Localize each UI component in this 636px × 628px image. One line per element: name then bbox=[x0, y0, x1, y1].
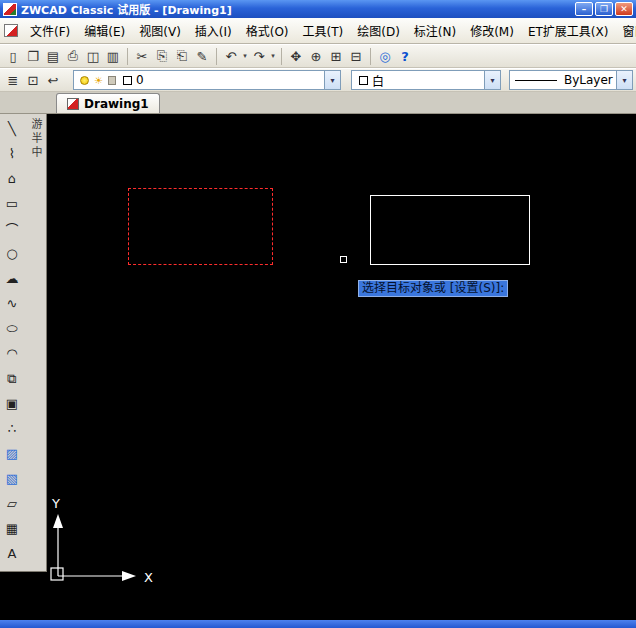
selected-rectangle-object[interactable] bbox=[128, 188, 273, 265]
circle-button[interactable]: ○ bbox=[1, 241, 23, 266]
app-logo-icon[interactable] bbox=[3, 3, 17, 16]
insert-block-icon: ⧉ bbox=[7, 371, 16, 387]
rectangle-object[interactable] bbox=[370, 195, 530, 265]
make-block-icon: ▣ bbox=[6, 396, 18, 411]
menu-dimension[interactable]: 标注(N) bbox=[407, 19, 463, 42]
arc-icon: ⌒ bbox=[5, 219, 18, 238]
tab-drawing1[interactable]: Drawing1 bbox=[56, 93, 160, 113]
layer-dropdown[interactable]: ☀ 0 ▾ bbox=[73, 70, 341, 90]
table-button[interactable]: ▦ bbox=[1, 516, 23, 541]
menu-draw[interactable]: 绘图(D) bbox=[350, 19, 407, 42]
match-properties-button[interactable]: ✎ bbox=[192, 46, 212, 66]
layer-previous-button[interactable]: ↩ bbox=[43, 70, 63, 90]
draw-toolbar: ╲ ⌇ ⌂ ▭ ⌒ ○ ☁ ∿ ⬭ ◠ ⧉ ▣ ∴ ▨ ▧ ▱ ▦ A 游半中 bbox=[0, 114, 47, 572]
print-preview-button[interactable]: ◫ bbox=[83, 46, 103, 66]
undo-dropdown-arrow[interactable]: ▾ bbox=[241, 52, 249, 60]
color-dropdown[interactable]: 白 ▾ bbox=[351, 70, 501, 90]
menu-edit[interactable]: 编辑(E) bbox=[77, 19, 132, 42]
new-file-icon: ▯ bbox=[9, 49, 16, 64]
toolbar-separator bbox=[281, 48, 282, 65]
undo-button[interactable]: ↶ bbox=[221, 46, 241, 66]
zoom-previous-icon: ⊟ bbox=[351, 49, 362, 64]
open-file-button[interactable]: ❐ bbox=[23, 46, 43, 66]
line-button[interactable]: ╲ bbox=[1, 116, 23, 141]
menu-file[interactable]: 文件(F) bbox=[23, 19, 77, 42]
spline-button[interactable]: ∿ bbox=[1, 291, 23, 316]
linetype-dropdown-arrow[interactable]: ▾ bbox=[616, 71, 632, 89]
redo-icon: ↷ bbox=[254, 49, 265, 64]
paste-button[interactable]: ⎗ bbox=[172, 46, 192, 66]
find-icon: ◎ bbox=[379, 49, 390, 64]
layers-manager-button[interactable]: ≣ bbox=[3, 70, 23, 90]
pan-button[interactable]: ✥ bbox=[286, 46, 306, 66]
polyline-button[interactable]: ⌇ bbox=[1, 141, 23, 166]
polygon-button[interactable]: ⌂ bbox=[1, 166, 23, 191]
linetype-dropdown[interactable]: ByLayer ▾ bbox=[509, 70, 633, 90]
window-title: ZWCAD Classic 试用版 - [Drawing1] bbox=[21, 1, 573, 17]
menu-window[interactable]: 窗口 bbox=[615, 19, 636, 42]
save-icon: ▤ bbox=[47, 49, 59, 64]
table-icon: ▦ bbox=[6, 521, 18, 536]
ucs-y-label: Y bbox=[51, 496, 60, 511]
color-dropdown-arrow[interactable]: ▾ bbox=[484, 71, 500, 89]
make-block-button[interactable]: ▣ bbox=[1, 391, 23, 416]
publish-button[interactable]: ▥ bbox=[103, 46, 123, 66]
point-button[interactable]: ∴ bbox=[1, 416, 23, 441]
gradient-button[interactable]: ▧ bbox=[1, 466, 23, 491]
layer-states-icon: ⊡ bbox=[28, 73, 39, 88]
zoom-realtime-button[interactable]: ⊕ bbox=[306, 46, 326, 66]
cut-icon: ✂ bbox=[137, 49, 148, 64]
pan-icon: ✥ bbox=[291, 49, 302, 64]
plot-button[interactable]: ⎙ bbox=[63, 46, 83, 66]
minimize-button[interactable]: – bbox=[575, 2, 593, 16]
insert-block-button[interactable]: ⧉ bbox=[1, 366, 23, 391]
new-file-button[interactable]: ▯ bbox=[3, 46, 23, 66]
help-button[interactable]: ? bbox=[395, 46, 415, 66]
app-window: ZWCAD Classic 试用版 - [Drawing1] – ❐ ✕ 文件(… bbox=[0, 0, 636, 628]
ellipse-icon: ⬭ bbox=[6, 321, 17, 337]
menu-et-extended-tools[interactable]: ET扩展工具(X) bbox=[521, 19, 616, 42]
redo-button[interactable]: ↷ bbox=[249, 46, 269, 66]
revcloud-button[interactable]: ☁ bbox=[1, 266, 23, 291]
mtext-button[interactable]: A bbox=[1, 541, 23, 566]
taskbar-strip bbox=[0, 620, 636, 628]
properties-toolbar: ≣ ⊡ ↩ ☀ 0 ▾ 白 ▾ ByLayer ▾ bbox=[0, 68, 636, 92]
toolbar-separator bbox=[216, 48, 217, 65]
ellipse-button[interactable]: ⬭ bbox=[1, 316, 23, 341]
ucs-x-label: X bbox=[144, 570, 153, 585]
linetype-preview-line bbox=[515, 80, 557, 81]
layer-on-icon bbox=[80, 76, 89, 85]
save-button[interactable]: ▤ bbox=[43, 46, 63, 66]
spline-icon: ∿ bbox=[7, 296, 18, 311]
layer-dropdown-arrow[interactable]: ▾ bbox=[324, 71, 340, 89]
redo-dropdown-arrow[interactable]: ▾ bbox=[269, 52, 277, 60]
menu-view[interactable]: 视图(V) bbox=[132, 19, 188, 42]
menu-insert[interactable]: 插入(I) bbox=[188, 19, 239, 42]
close-button[interactable]: ✕ bbox=[615, 2, 633, 16]
menu-tools[interactable]: 工具(T) bbox=[296, 19, 351, 42]
drawing-file-icon[interactable] bbox=[4, 24, 18, 37]
zoom-previous-button[interactable]: ⊟ bbox=[346, 46, 366, 66]
gradient-icon: ▧ bbox=[6, 471, 18, 486]
layer-previous-icon: ↩ bbox=[48, 73, 59, 88]
rectangle-button[interactable]: ▭ bbox=[1, 191, 23, 216]
maximize-button[interactable]: ❐ bbox=[595, 2, 613, 16]
ellipse-arc-button[interactable]: ◠ bbox=[1, 341, 23, 366]
region-button[interactable]: ▱ bbox=[1, 491, 23, 516]
color-value: 白 bbox=[372, 72, 384, 89]
polyline-icon: ⌇ bbox=[9, 146, 15, 161]
ellipse-arc-icon: ◠ bbox=[6, 346, 17, 361]
arc-button[interactable]: ⌒ bbox=[1, 216, 23, 241]
cut-button[interactable]: ✂ bbox=[132, 46, 152, 66]
zoom-realtime-icon: ⊕ bbox=[311, 49, 322, 64]
menu-modify[interactable]: 修改(M) bbox=[463, 19, 521, 42]
copy-button[interactable]: ⎘ bbox=[152, 46, 172, 66]
find-button[interactable]: ◎ bbox=[375, 46, 395, 66]
layer-states-button[interactable]: ⊡ bbox=[23, 70, 43, 90]
hatch-button[interactable]: ▨ bbox=[1, 441, 23, 466]
copy-icon: ⎘ bbox=[157, 48, 167, 64]
menu-format[interactable]: 格式(O) bbox=[239, 19, 296, 42]
paste-icon: ⎗ bbox=[177, 48, 187, 64]
revcloud-icon: ☁ bbox=[6, 271, 19, 286]
zoom-window-button[interactable]: ⊞ bbox=[326, 46, 346, 66]
